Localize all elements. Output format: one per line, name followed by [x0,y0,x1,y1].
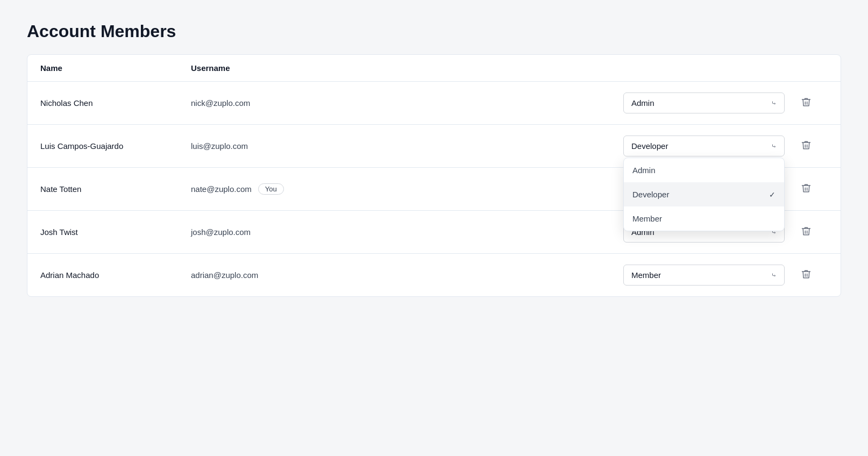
member-username: josh@zuplo.com [191,227,623,237]
member-action-cell [785,94,828,112]
col-name: Name [40,63,191,73]
dropdown-option-admin[interactable]: Admin [624,158,784,182]
page-title: Account Members [27,22,841,41]
member-name: Luis Campos-Guajardo [40,141,191,151]
role-value: Developer [631,141,668,151]
delete-member-button[interactable] [798,94,815,112]
col-username: Username [191,63,623,73]
role-dropdown-menu: Admin Developer ✓ Member [623,158,785,231]
member-name: Nate Totten [40,184,191,194]
table-row: Adrian Machado adrian@zuplo.com Member ⤷ [27,254,841,296]
role-dropdown[interactable]: Developer ⤷ [623,136,785,156]
member-username: nate@zuplo.com You [191,183,623,195]
delete-member-button[interactable] [798,223,815,241]
table-row: Luis Campos-Guajardo luis@zuplo.com Deve… [27,125,841,168]
member-role-cell: Admin ⤷ [623,92,785,113]
chevron-down-icon: ⤷ [771,99,777,107]
col-role [623,63,785,73]
members-table: Name Username Nicholas Chen nick@zuplo.c… [27,54,841,297]
table-header: Name Username [27,55,841,82]
member-action-cell [785,180,828,198]
chevron-down-icon: ⤷ [771,272,777,279]
member-action-cell [785,137,828,155]
delete-member-button[interactable] [798,180,815,198]
member-name: Adrian Machado [40,270,191,280]
you-badge: You [258,183,284,195]
option-label: Developer [632,190,669,199]
member-action-cell [785,223,828,241]
role-dropdown[interactable]: Admin ⤷ [623,92,785,113]
delete-member-button[interactable] [798,137,815,155]
member-action-cell [785,266,828,284]
dropdown-option-developer[interactable]: Developer ✓ [624,182,784,206]
dropdown-option-member[interactable]: Member [624,206,784,231]
member-name: Josh Twist [40,227,191,237]
member-role-cell: Member ⤷ [623,265,785,286]
option-label: Member [632,214,662,223]
member-username: luis@zuplo.com [191,141,623,151]
role-value: Member [631,270,661,280]
member-role-cell: Developer ⤷ Admin Developer ✓ Member [623,136,785,156]
chevron-down-icon: ⤷ [771,142,777,150]
option-label: Admin [632,166,656,175]
role-value: Admin [631,98,654,108]
delete-member-button[interactable] [798,266,815,284]
member-username: nick@zuplo.com [191,98,623,108]
check-icon: ✓ [769,190,775,199]
member-username: adrian@zuplo.com [191,270,623,280]
role-dropdown[interactable]: Member ⤷ [623,265,785,286]
table-row: Nicholas Chen nick@zuplo.com Admin ⤷ [27,82,841,125]
col-action [785,63,828,73]
member-name: Nicholas Chen [40,98,191,108]
